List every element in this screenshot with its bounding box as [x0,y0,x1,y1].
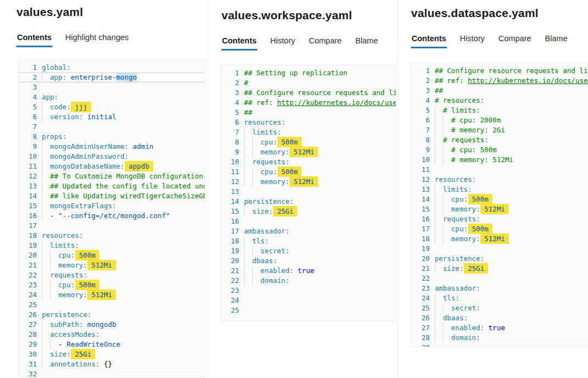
line-number[interactable]: 8 [19,132,37,142]
line-number[interactable]: 20 [19,251,37,260]
line-number[interactable]: 30 [19,349,37,359]
tab-contents[interactable]: Contents [16,33,52,47]
tab-highlight-changes[interactable]: Highlight changes [65,33,129,47]
line-number[interactable]: 24 [221,296,239,305]
line-number[interactable]: 32 [19,369,37,378]
line-number[interactable]: 5 [221,108,239,118]
line-number[interactable]: 27 [412,323,430,333]
code-line: 22 requests: [19,270,204,280]
line-number[interactable]: 9 [19,142,37,152]
line-number[interactable]: 25 [221,305,239,315]
line-number[interactable]: 14 [19,191,37,201]
line-number[interactable]: 1 [221,68,239,78]
line-number[interactable]: 23 [19,280,37,290]
line-number[interactable]: 18 [221,236,239,246]
line-number[interactable]: 14 [412,194,430,204]
line-number[interactable]: 21 [19,260,37,270]
line-number[interactable]: 12 [221,177,239,187]
tab-contents[interactable]: Contents [411,34,447,48]
line-number[interactable]: 8 [412,135,430,145]
line-number[interactable]: 17 [412,224,430,234]
line-number[interactable]: 31 [19,359,37,369]
line-number[interactable]: 14 [221,197,239,207]
line-number[interactable]: 15 [221,207,239,216]
line-number[interactable]: 1 [412,66,430,76]
line-number[interactable]: 15 [412,204,430,214]
line-number[interactable]: 27 [19,320,37,330]
line-number[interactable]: 7 [412,125,430,135]
line-number[interactable]: 26 [412,313,430,323]
line-number[interactable]: 7 [19,122,37,132]
line-number[interactable]: 4 [412,96,430,105]
line-number[interactable]: 6 [221,118,239,127]
line-number[interactable]: 5 [412,105,430,115]
line-number[interactable]: 13 [412,185,430,194]
line-number[interactable]: 22 [412,274,430,284]
line-number[interactable]: 2 [221,78,239,88]
line-number[interactable]: 23 [221,286,239,296]
line-number[interactable]: 9 [221,147,239,157]
line-number[interactable]: 2 [412,76,430,86]
line-number[interactable]: 8 [221,137,239,147]
line-number[interactable]: 3 [221,88,239,98]
tab-compare[interactable]: Compare [498,34,532,48]
tab-compare[interactable]: Compare [308,36,342,51]
line-number[interactable]: 21 [412,264,430,274]
line-number[interactable]: 24 [412,293,430,303]
tab-blame[interactable]: Blame [545,34,568,48]
line-number[interactable]: 18 [19,231,37,241]
line-number[interactable]: 10 [221,157,239,167]
line-number[interactable]: 13 [19,181,37,191]
indent-guide [50,290,58,300]
line-number[interactable]: 19 [412,244,430,254]
line-number[interactable]: 16 [19,211,37,221]
line-number[interactable]: 23 [412,284,430,293]
line-number[interactable]: 7 [221,127,239,137]
line-number[interactable]: 18 [412,234,430,244]
line-number[interactable]: 11 [19,162,37,171]
line-number[interactable]: 4 [19,92,37,102]
line-number[interactable]: 12 [19,171,37,181]
line-number[interactable]: 3 [412,86,430,96]
line-number[interactable]: 2 [19,73,37,82]
line-number[interactable]: 26 [19,310,37,320]
line-number[interactable]: 12 [412,175,430,185]
line-number[interactable]: 6 [19,112,37,122]
tab-blame[interactable]: Blame [355,36,379,51]
line-number[interactable]: 29 [19,340,37,349]
line-number[interactable]: 19 [221,246,239,256]
line-number[interactable]: 28 [412,333,430,343]
line-number[interactable]: 4 [221,98,239,108]
line-number[interactable]: 11 [412,165,430,175]
comment-link[interactable]: http://kubernetes.io/docs/user [468,76,588,85]
line-number[interactable]: 20 [221,256,239,266]
tab-history[interactable]: History [459,34,485,48]
line-number[interactable]: 29 [412,343,430,347]
line-number[interactable]: 3 [19,82,37,92]
line-number[interactable]: 17 [19,221,37,231]
tab-contents[interactable]: Contents [221,36,257,51]
line-number[interactable]: 19 [19,241,37,251]
line-number[interactable]: 28 [19,330,37,340]
line-number[interactable]: 20 [412,254,430,264]
line-number[interactable]: 13 [221,187,239,197]
line-number[interactable]: 22 [221,276,239,286]
line-number[interactable]: 15 [19,201,37,211]
line-number[interactable]: 16 [221,216,239,226]
line-number[interactable]: 21 [221,266,239,276]
comment-link[interactable]: http://kubernetes.io/docs/use [277,98,396,107]
line-number[interactable]: 10 [412,155,430,165]
line-number[interactable]: 11 [221,167,239,177]
line-number[interactable]: 24 [19,290,37,300]
line-number[interactable]: 5 [19,102,37,112]
line-number[interactable]: 16 [412,214,430,224]
line-number[interactable]: 25 [19,300,37,310]
line-number[interactable]: 1 [19,63,37,73]
line-number[interactable]: 10 [19,152,37,162]
line-number[interactable]: 22 [19,270,37,280]
line-number[interactable]: 6 [412,115,430,125]
line-number[interactable]: 9 [412,145,430,155]
line-number[interactable]: 25 [412,303,430,313]
tab-history[interactable]: History [270,36,296,51]
line-number[interactable]: 17 [221,226,239,236]
